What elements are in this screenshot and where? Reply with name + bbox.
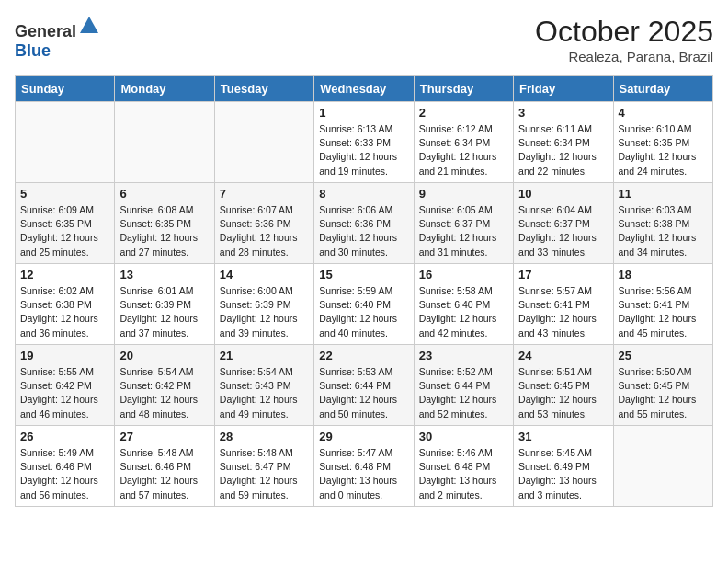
calendar-empty-cell: [214, 102, 313, 183]
calendar-day-26: 26Sunrise: 5:49 AM Sunset: 6:46 PM Dayli…: [16, 426, 115, 507]
day-info: Sunrise: 6:13 AM Sunset: 6:33 PM Dayligh…: [319, 122, 408, 178]
logo-text: General Blue: [15, 15, 100, 61]
day-number: 30: [419, 430, 508, 443]
day-info: Sunrise: 6:10 AM Sunset: 6:35 PM Dayligh…: [619, 122, 708, 178]
calendar-day-20: 20Sunrise: 5:54 AM Sunset: 6:42 PM Dayli…: [115, 345, 214, 426]
day-info: Sunrise: 5:49 AM Sunset: 6:46 PM Dayligh…: [20, 446, 109, 502]
calendar-table: SundayMondayTuesdayWednesdayThursdayFrid…: [15, 75, 713, 507]
day-info: Sunrise: 5:52 AM Sunset: 6:44 PM Dayligh…: [419, 365, 508, 421]
day-number: 28: [220, 430, 309, 443]
calendar-week-row: 5Sunrise: 6:09 AM Sunset: 6:35 PM Daylig…: [16, 183, 713, 264]
calendar-day-1: 1Sunrise: 6:13 AM Sunset: 6:33 PM Daylig…: [314, 102, 414, 183]
weekday-header-tuesday: Tuesday: [214, 76, 313, 102]
day-info: Sunrise: 5:47 AM Sunset: 6:48 PM Dayligh…: [319, 446, 408, 502]
calendar-day-18: 18Sunrise: 5:56 AM Sunset: 6:41 PM Dayli…: [613, 264, 712, 345]
day-info: Sunrise: 6:03 AM Sunset: 6:38 PM Dayligh…: [619, 203, 708, 259]
day-info: Sunrise: 5:53 AM Sunset: 6:44 PM Dayligh…: [319, 365, 408, 421]
day-info: Sunrise: 6:02 AM Sunset: 6:38 PM Dayligh…: [20, 284, 109, 340]
calendar-week-row: 19Sunrise: 5:55 AM Sunset: 6:42 PM Dayli…: [16, 345, 713, 426]
weekday-header-monday: Monday: [115, 76, 214, 102]
day-info: Sunrise: 5:45 AM Sunset: 6:49 PM Dayligh…: [518, 446, 608, 502]
calendar-day-9: 9Sunrise: 6:05 AM Sunset: 6:37 PM Daylig…: [414, 183, 513, 264]
calendar-week-row: 26Sunrise: 5:49 AM Sunset: 6:46 PM Dayli…: [16, 426, 713, 507]
day-number: 16: [419, 268, 508, 282]
calendar-day-16: 16Sunrise: 5:58 AM Sunset: 6:40 PM Dayli…: [414, 264, 513, 345]
day-info: Sunrise: 5:54 AM Sunset: 6:42 PM Dayligh…: [119, 365, 209, 421]
calendar-day-3: 3Sunrise: 6:11 AM Sunset: 6:34 PM Daylig…: [514, 102, 613, 183]
logo-icon: [78, 15, 100, 37]
day-info: Sunrise: 5:51 AM Sunset: 6:45 PM Dayligh…: [518, 365, 608, 421]
calendar-day-8: 8Sunrise: 6:06 AM Sunset: 6:36 PM Daylig…: [314, 183, 414, 264]
calendar-day-6: 6Sunrise: 6:08 AM Sunset: 6:35 PM Daylig…: [115, 183, 214, 264]
day-info: Sunrise: 6:12 AM Sunset: 6:34 PM Dayligh…: [419, 122, 508, 178]
day-number: 10: [518, 187, 608, 201]
calendar-day-29: 29Sunrise: 5:47 AM Sunset: 6:48 PM Dayli…: [314, 426, 414, 507]
calendar-empty-cell: [115, 102, 214, 183]
day-info: Sunrise: 6:06 AM Sunset: 6:36 PM Dayligh…: [319, 203, 408, 259]
calendar-day-4: 4Sunrise: 6:10 AM Sunset: 6:35 PM Daylig…: [613, 102, 712, 183]
calendar-day-30: 30Sunrise: 5:46 AM Sunset: 6:48 PM Dayli…: [414, 426, 513, 507]
weekday-header-sunday: Sunday: [16, 76, 115, 102]
day-number: 4: [619, 106, 708, 120]
day-info: Sunrise: 6:04 AM Sunset: 6:37 PM Dayligh…: [518, 203, 608, 259]
calendar-week-row: 1Sunrise: 6:13 AM Sunset: 6:33 PM Daylig…: [16, 102, 713, 183]
calendar-day-17: 17Sunrise: 5:57 AM Sunset: 6:41 PM Dayli…: [514, 264, 613, 345]
day-info: Sunrise: 6:01 AM Sunset: 6:39 PM Dayligh…: [119, 284, 209, 340]
day-number: 6: [119, 187, 209, 201]
day-info: Sunrise: 5:59 AM Sunset: 6:40 PM Dayligh…: [319, 284, 408, 340]
day-info: Sunrise: 5:57 AM Sunset: 6:41 PM Dayligh…: [518, 284, 608, 340]
day-number: 20: [119, 349, 209, 362]
weekday-header-row: SundayMondayTuesdayWednesdayThursdayFrid…: [16, 76, 713, 102]
calendar-day-22: 22Sunrise: 5:53 AM Sunset: 6:44 PM Dayli…: [314, 345, 414, 426]
day-number: 25: [619, 349, 708, 362]
day-number: 9: [419, 187, 508, 201]
day-info: Sunrise: 5:55 AM Sunset: 6:42 PM Dayligh…: [20, 365, 109, 421]
calendar-day-28: 28Sunrise: 5:48 AM Sunset: 6:47 PM Dayli…: [214, 426, 313, 507]
day-number: 5: [20, 187, 109, 201]
calendar-day-27: 27Sunrise: 5:48 AM Sunset: 6:46 PM Dayli…: [115, 426, 214, 507]
month-year-title: October 2025: [535, 15, 713, 49]
location-subtitle: Realeza, Parana, Brazil: [535, 49, 713, 64]
calendar-day-21: 21Sunrise: 5:54 AM Sunset: 6:43 PM Dayli…: [214, 345, 313, 426]
day-number: 29: [319, 430, 408, 443]
weekday-header-wednesday: Wednesday: [314, 76, 414, 102]
logo: General Blue: [15, 15, 100, 61]
day-number: 31: [518, 430, 608, 443]
svg-marker-0: [80, 17, 98, 33]
day-info: Sunrise: 6:05 AM Sunset: 6:37 PM Dayligh…: [419, 203, 508, 259]
logo-general: General: [15, 22, 76, 40]
day-number: 14: [220, 268, 309, 282]
day-number: 1: [319, 106, 408, 120]
day-number: 27: [119, 430, 209, 443]
day-info: Sunrise: 5:54 AM Sunset: 6:43 PM Dayligh…: [220, 365, 309, 421]
day-number: 21: [220, 349, 309, 362]
weekday-header-saturday: Saturday: [613, 76, 712, 102]
day-number: 12: [20, 268, 109, 282]
day-number: 24: [518, 349, 608, 362]
day-number: 18: [619, 268, 708, 282]
day-number: 15: [319, 268, 408, 282]
day-info: Sunrise: 5:56 AM Sunset: 6:41 PM Dayligh…: [619, 284, 708, 340]
calendar-day-23: 23Sunrise: 5:52 AM Sunset: 6:44 PM Dayli…: [414, 345, 513, 426]
day-info: Sunrise: 6:09 AM Sunset: 6:35 PM Dayligh…: [20, 203, 109, 259]
day-number: 13: [119, 268, 209, 282]
calendar-body: 1Sunrise: 6:13 AM Sunset: 6:33 PM Daylig…: [16, 102, 713, 507]
calendar-day-12: 12Sunrise: 6:02 AM Sunset: 6:38 PM Dayli…: [16, 264, 115, 345]
day-number: 11: [619, 187, 708, 201]
day-number: 7: [220, 187, 309, 201]
day-info: Sunrise: 6:11 AM Sunset: 6:34 PM Dayligh…: [518, 122, 608, 178]
day-number: 3: [518, 106, 608, 120]
calendar-day-15: 15Sunrise: 5:59 AM Sunset: 6:40 PM Dayli…: [314, 264, 414, 345]
calendar-day-24: 24Sunrise: 5:51 AM Sunset: 6:45 PM Dayli…: [514, 345, 613, 426]
calendar-day-25: 25Sunrise: 5:50 AM Sunset: 6:45 PM Dayli…: [613, 345, 712, 426]
calendar-day-31: 31Sunrise: 5:45 AM Sunset: 6:49 PM Dayli…: [514, 426, 613, 507]
title-block: October 2025 Realeza, Parana, Brazil: [535, 15, 713, 64]
calendar-empty-cell: [613, 426, 712, 507]
calendar-empty-cell: [16, 102, 115, 183]
day-info: Sunrise: 5:58 AM Sunset: 6:40 PM Dayligh…: [419, 284, 508, 340]
day-info: Sunrise: 6:08 AM Sunset: 6:35 PM Dayligh…: [119, 203, 209, 259]
day-number: 23: [419, 349, 508, 362]
day-info: Sunrise: 5:48 AM Sunset: 6:47 PM Dayligh…: [220, 446, 309, 502]
calendar-day-13: 13Sunrise: 6:01 AM Sunset: 6:39 PM Dayli…: [115, 264, 214, 345]
calendar-day-7: 7Sunrise: 6:07 AM Sunset: 6:36 PM Daylig…: [214, 183, 313, 264]
